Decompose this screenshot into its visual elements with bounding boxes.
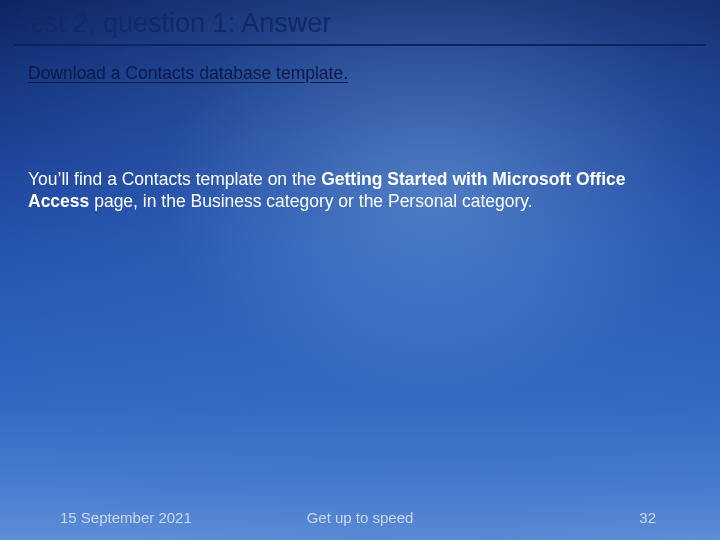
footer-subtitle: Get up to speed — [0, 509, 720, 526]
slide: Test 2, question 1: Answer Download a Co… — [0, 0, 720, 540]
body-pre: You’ll find a Contacts template on the — [28, 169, 321, 189]
footer: 15 September 2021 Get up to speed 32 — [0, 502, 720, 526]
body-text: You’ll find a Contacts template on the G… — [28, 168, 680, 213]
title-underline — [14, 44, 706, 46]
footer-page-number: 32 — [639, 509, 656, 526]
answer-text: Download a Contacts database template. — [28, 63, 692, 84]
slide-title: Test 2, question 1: Answer — [16, 8, 704, 43]
body-post: page, in the Business category or the Pe… — [89, 191, 532, 211]
